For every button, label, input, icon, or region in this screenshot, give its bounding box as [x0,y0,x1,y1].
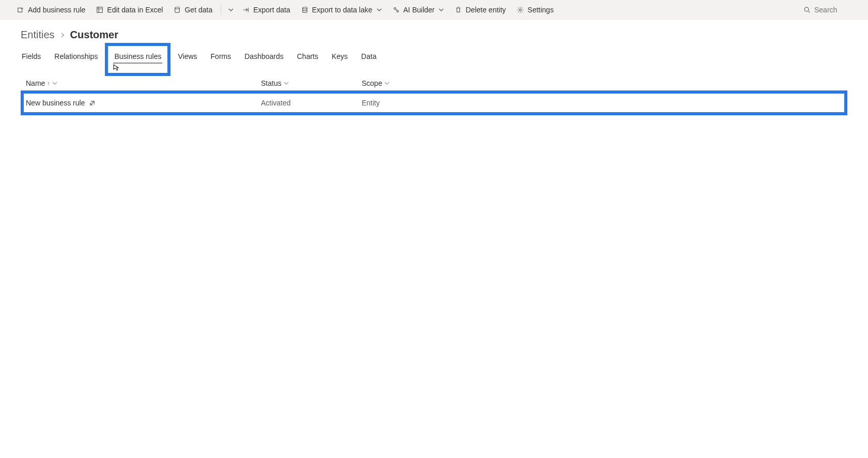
export-data-lake-label: Export to data lake [312,6,373,14]
chevron-down-icon [52,81,57,86]
open-in-new-icon[interactable] [89,100,96,106]
cursor-icon [111,64,119,72]
tab-business-rules[interactable]: Business rules [113,49,162,64]
entity-tabs: Fields Relationships Business rules View… [21,46,847,67]
divider [221,5,221,15]
tab-charts[interactable]: Charts [296,49,319,64]
column-header-name-label: Name [26,79,45,87]
edit-in-excel-label: Edit data in Excel [107,6,163,14]
get-data-dropdown[interactable] [225,5,236,14]
edit-in-excel-button[interactable]: Edit data in Excel [91,4,167,16]
column-header-scope-label: Scope [362,79,382,87]
cell-name[interactable]: New business rule [26,99,261,107]
tab-forms[interactable]: Forms [210,49,233,64]
command-bar: Add business rule Edit data in Excel Get… [0,0,868,20]
svg-point-4 [394,7,396,9]
excel-icon [96,6,104,14]
chevron-down-icon [384,81,390,86]
grid-rows-highlight: New business rule Activated Entity [21,90,847,115]
chevron-right-icon [60,33,65,38]
data-lake-icon [301,6,309,14]
export-data-label: Export data [253,6,290,14]
svg-point-5 [396,10,398,12]
svg-point-3 [302,7,307,9]
get-data-button[interactable]: Get data [169,4,216,16]
ai-builder-label: AI Builder [404,6,435,14]
svg-point-6 [519,9,521,11]
search-box[interactable] [803,6,856,14]
add-business-rule-button[interactable]: Add business rule [12,4,89,16]
delete-entity-button[interactable]: Delete entity [450,4,510,16]
chevron-down-icon [284,81,289,86]
tab-views[interactable]: Views [177,49,198,64]
highlight-annotation: Business rules [105,43,171,76]
search-icon [803,6,811,14]
search-input[interactable] [814,6,856,14]
add-rule-icon [17,6,25,14]
delete-entity-label: Delete entity [466,6,506,14]
breadcrumb: Entities Customer [21,29,847,41]
tab-dashboards[interactable]: Dashboards [243,49,285,64]
export-data-button[interactable]: Export data [238,4,295,16]
gear-icon [516,6,524,14]
chevron-down-icon [377,7,382,12]
svg-point-7 [804,7,809,11]
database-icon [173,6,181,14]
add-business-rule-label: Add business rule [28,6,85,14]
grid-header: Name ↑ Status Scope [21,79,847,87]
settings-label: Settings [528,6,554,14]
sort-asc-icon: ↑ [47,80,50,86]
table-row[interactable]: New business rule Activated Entity [24,94,844,112]
chevron-down-icon [439,7,444,12]
get-data-label: Get data [184,6,212,14]
tab-fields[interactable]: Fields [21,49,42,64]
breadcrumb-current: Customer [70,29,118,41]
rule-name-label: New business rule [26,99,85,107]
column-header-scope[interactable]: Scope [362,79,842,87]
export-data-lake-button[interactable]: Export to data lake [297,4,386,16]
delete-icon [454,6,462,14]
cell-scope: Entity [362,99,842,107]
breadcrumb-root[interactable]: Entities [21,29,55,41]
content-area: Entities Customer Fields Relationships B… [0,20,868,115]
column-header-status[interactable]: Status [261,79,362,87]
settings-button[interactable]: Settings [512,4,558,16]
cell-status: Activated [261,99,362,107]
svg-point-2 [175,7,180,9]
tab-data[interactable]: Data [360,49,378,64]
ai-builder-icon [392,6,400,14]
svg-rect-1 [97,7,103,12]
ai-builder-button[interactable]: AI Builder [388,4,448,16]
column-header-status-label: Status [261,79,282,87]
chevron-down-icon [228,7,234,12]
export-icon [242,6,250,14]
tab-relationships[interactable]: Relationships [53,49,99,64]
tab-keys[interactable]: Keys [331,49,349,64]
column-header-name[interactable]: Name ↑ [26,79,261,87]
